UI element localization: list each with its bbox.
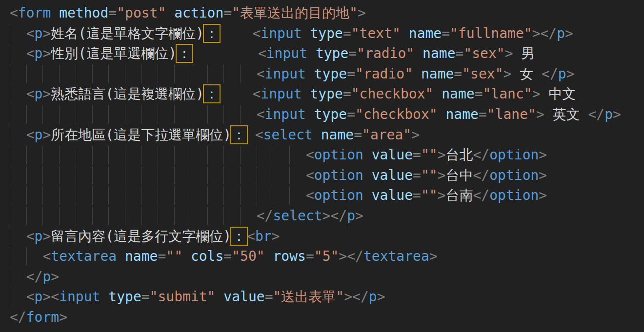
punctuation-token: > xyxy=(536,106,544,122)
tag-token: p xyxy=(35,25,43,41)
punctuation-token: = xyxy=(454,66,462,82)
punctuation-token: > xyxy=(411,127,420,143)
text-token xyxy=(306,106,314,122)
tag-token: p xyxy=(604,106,613,122)
attribute-token: type xyxy=(310,25,342,41)
code-line[interactable]: <p>性別(這是單選欄位)： <input type="radio" name=… xyxy=(10,43,644,64)
code-line[interactable]: </form> xyxy=(10,307,644,328)
punctuation-token: < xyxy=(252,25,261,41)
text-token xyxy=(433,86,442,102)
text-token xyxy=(401,25,409,41)
text-token xyxy=(51,5,59,21)
unicode-highlight-box: ： xyxy=(176,44,193,63)
punctuation-token: = xyxy=(141,289,150,305)
punctuation-token: > xyxy=(42,289,51,305)
punctuation-token: > xyxy=(377,289,385,305)
string-token: "fullname" xyxy=(450,25,532,41)
punctuation-token: > xyxy=(613,106,621,122)
punctuation-token: </ xyxy=(473,147,489,163)
punctuation-token: < xyxy=(252,86,261,102)
text-token: 男 xyxy=(513,45,535,61)
punctuation-token: = xyxy=(475,86,483,102)
text-token xyxy=(10,45,26,61)
text-token xyxy=(313,127,321,143)
punctuation-token: > xyxy=(539,187,547,203)
attribute-token: type xyxy=(314,66,347,82)
code-line[interactable]: </p> xyxy=(10,267,644,287)
punctuation-token: < xyxy=(51,289,59,305)
tag-token: form xyxy=(26,309,59,325)
code-line[interactable]: <option value="">台中</option> xyxy=(10,165,644,186)
text-token xyxy=(215,289,223,305)
code-line[interactable]: <form method="post" action="表單送出的目的地"> xyxy=(10,3,644,23)
tag-token: select xyxy=(263,127,313,143)
unicode-highlight-box: ： xyxy=(203,84,221,103)
punctuation-token: < xyxy=(26,228,35,244)
text-token xyxy=(220,25,252,41)
punctuation-token: > xyxy=(42,86,51,102)
string-token: "checkbox" xyxy=(351,86,434,102)
punctuation-token: > xyxy=(503,66,512,82)
tag-token: p xyxy=(35,45,43,61)
punctuation-token: = xyxy=(108,5,117,21)
attribute-token: name xyxy=(445,106,478,122)
punctuation-token: = xyxy=(413,187,421,203)
attribute-token: type xyxy=(316,45,348,61)
code-line[interactable]: <option value="">台南</option> xyxy=(10,185,644,206)
punctuation-token: < xyxy=(306,187,314,203)
tag-token: p xyxy=(42,269,51,285)
code-line[interactable]: <p>姓名(這是單格文字欄位)： <input type="text" name… xyxy=(10,23,644,44)
unicode-highlight-box: ： xyxy=(203,24,221,43)
string-token: "" xyxy=(166,248,182,264)
tag-token: textarea xyxy=(363,248,429,264)
string-token: "post" xyxy=(117,5,166,21)
code-line[interactable]: <p><input type="submit" value="送出表單"></p… xyxy=(10,287,644,307)
text-token xyxy=(10,167,306,183)
code-editor[interactable]: <form method="post" action="表單送出的目的地"> <… xyxy=(0,0,644,332)
string-token: "lane" xyxy=(487,106,536,122)
text-token xyxy=(192,45,258,61)
text-token: 所在地區(這是下拉選單欄位) xyxy=(51,127,231,143)
code-line[interactable]: <input type="checkbox" name="lane"> 英文 <… xyxy=(10,104,644,125)
string-token: "" xyxy=(421,147,438,163)
punctuation-token: < xyxy=(26,127,35,143)
attribute-token: value xyxy=(223,289,264,305)
punctuation-token: = xyxy=(223,5,232,21)
text-token xyxy=(166,5,174,21)
tag-token: option xyxy=(314,147,363,163)
code-line[interactable]: <input type="radio" name="sex"> 女 </p> xyxy=(10,64,644,84)
tag-token: p xyxy=(35,86,43,102)
code-line[interactable]: <p>留言內容(這是多行文字欄位)：<br> xyxy=(10,226,644,247)
string-token: "checkbox" xyxy=(355,106,438,122)
attribute-token: type xyxy=(108,289,141,305)
code-line[interactable]: </select></p> xyxy=(10,206,644,226)
punctuation-token: </ xyxy=(588,106,605,122)
punctuation-token: < xyxy=(26,86,35,102)
string-token: "submit" xyxy=(150,289,216,305)
punctuation-token: </ xyxy=(330,208,347,224)
code-line[interactable]: <p>所在地區(這是下拉選單欄位)： <select name="area"> xyxy=(10,125,644,145)
punctuation-token: = xyxy=(158,248,166,264)
punctuation-token: > xyxy=(42,228,51,244)
text-token xyxy=(302,86,310,102)
code-line[interactable]: <p>熟悉語言(這是複選欄位)： <input type="checkbox" … xyxy=(10,84,644,104)
punctuation-token: < xyxy=(306,167,314,183)
text-token xyxy=(10,147,306,163)
punctuation-token: </ xyxy=(347,248,363,264)
tag-token: input xyxy=(261,86,302,102)
text-token xyxy=(302,25,310,41)
punctuation-token: > xyxy=(438,167,446,183)
attribute-token: name xyxy=(442,86,474,102)
code-line[interactable]: <option value="">台北</option> xyxy=(10,145,644,165)
code-line[interactable]: <textarea name="" cols="50" rows="5"></t… xyxy=(10,246,644,267)
string-token: "radio" xyxy=(357,45,414,61)
punctuation-token: = xyxy=(265,289,273,305)
text-token xyxy=(307,45,316,61)
tag-token: textarea xyxy=(51,248,117,264)
tag-token: p xyxy=(557,25,565,41)
punctuation-token: </ xyxy=(26,269,43,285)
attribute-token: rows xyxy=(273,248,305,264)
punctuation-token: > xyxy=(272,228,280,244)
text-token xyxy=(10,187,306,203)
code-lines: <form method="post" action="表單送出的目的地"> <… xyxy=(10,3,644,328)
